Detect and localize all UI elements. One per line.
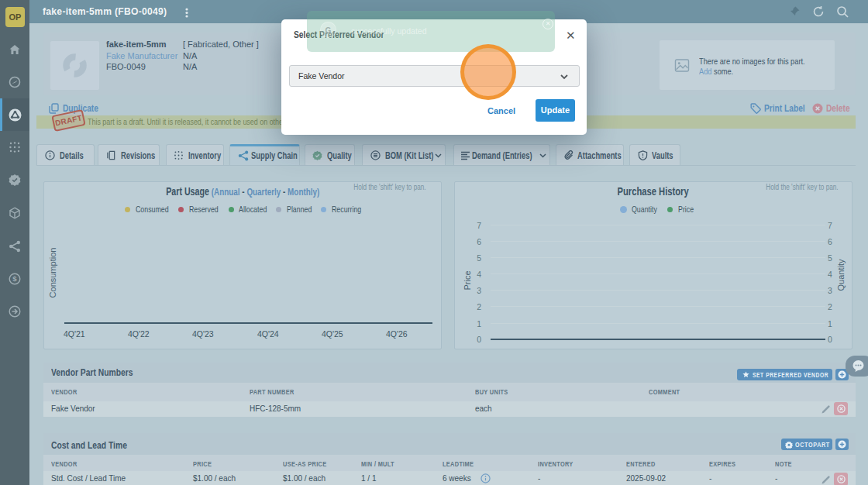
svg-text:$: $ — [12, 274, 17, 283]
